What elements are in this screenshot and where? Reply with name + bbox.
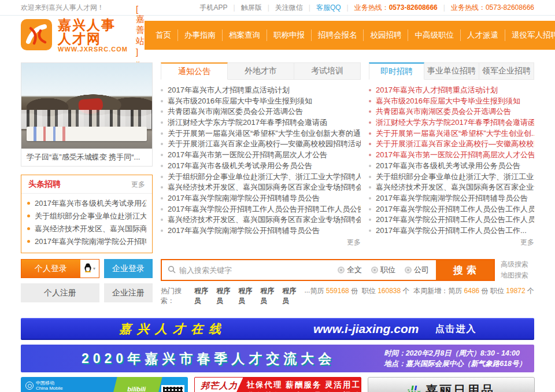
list-item[interactable]: 2017年嘉兴市各级机关考试录用公务员公告	[369, 161, 534, 172]
list-item[interactable]: 关于组织部分企事业单位赴浙江大学、浙江工业大...	[369, 172, 534, 183]
list-item[interactable]: 共青团嘉兴市南湖区委员会公开选调公告	[369, 106, 534, 117]
list-item[interactable]: 嘉兴经济技术开发区、嘉兴国际商务区百家企业专场招聘会公告	[161, 182, 361, 193]
tab-instant-jobs[interactable]: 即时招聘	[369, 62, 424, 80]
search-input[interactable]	[179, 266, 332, 275]
china-mobile-ad[interactable]: 中国移动China Mobile 移动花卡 bilibili 季度会员	[21, 377, 188, 392]
list-item[interactable]: 嘉兴市级2016年应届大中专毕业生报到须知	[161, 96, 361, 107]
list-item[interactable]: 2017年嘉兴市第一医院公开招聘高层次人才公告	[161, 150, 361, 161]
hot-keyword[interactable]: 程序员	[194, 286, 212, 306]
hot-keyword[interactable]: 程序员	[260, 286, 278, 306]
login-panel: 个人登录 ▾ 企业登录	[21, 259, 153, 308]
hot-keyword[interactable]: 程序员	[216, 286, 234, 306]
bangmang-brand: 邦芒人力	[201, 380, 243, 391]
divider: |	[268, 3, 269, 12]
nav-veteran[interactable]: 退役军人招聘	[505, 29, 555, 41]
chevron-down-icon: ▾	[93, 266, 95, 271]
nav-campus[interactable]: 校园招聘	[363, 29, 408, 41]
divider: |	[347, 3, 349, 12]
nav-jobfair[interactable]: 招聘会报名	[311, 29, 364, 41]
jaly-name: 嘉丽日用品	[426, 382, 495, 392]
list-item[interactable]: 关于组织部分企事业单位赴浙江大学、浙江工业大学招聘人才的...	[161, 172, 361, 183]
headline-more-link[interactable]: 更多	[131, 180, 145, 190]
list-item[interactable]: 浙江财经大学东方学院2017年春季招聘会邀请函	[161, 117, 361, 128]
site-logo[interactable]: 嘉兴人事人才网 WWW.JXRSRC.COM	[21, 18, 128, 53]
news-photo-card[interactable]: 学子回“嘉”感受禾城蝶变 携手同“...	[21, 62, 153, 167]
list-item[interactable]: 嘉兴市级2016年应届大中专毕业生报到须知	[369, 96, 534, 107]
jobs-list: 2017年嘉兴市人才招聘重点活动计划 嘉兴市级2016年应届大中专毕业生报到须知…	[369, 85, 534, 236]
list-item[interactable]: 关于开展第一届嘉兴港区“希望杯”大学生创业创...	[369, 128, 534, 139]
hot-keyword[interactable]: 程序员	[238, 286, 256, 306]
list-item[interactable]: 2017年嘉兴市人才招聘重点活动计划	[369, 85, 534, 96]
search-side-links: 高级搜索 地图搜索	[501, 259, 534, 281]
nav-title-apply[interactable]: 职称申报	[267, 29, 311, 41]
qq-login-dropdown[interactable]: ▾	[80, 260, 99, 278]
photo-caption[interactable]: 学子回“嘉”感受禾城蝶变 携手同“...	[21, 149, 152, 166]
search-button[interactable]: 搜索	[436, 260, 494, 280]
list-item[interactable]: 2017年嘉兴学院公开招聘工作人员公告工作人员...	[369, 204, 534, 215]
list-item[interactable]: 嘉兴经济技术开发区、嘉兴国际商务区百家企业专...	[369, 182, 534, 193]
advanced-search-link[interactable]: 高级搜索	[501, 259, 534, 270]
personal-register-button[interactable]: 个人注册	[21, 283, 99, 302]
list-item[interactable]: 2017年嘉兴市第一医院公开招聘高层次人才公告	[369, 150, 534, 161]
search-panel: 全文 职位 公司 搜索 高级搜索 地图搜索 热门搜索： 程序员 程序员 程序员	[161, 259, 534, 308]
radio-fulltext[interactable]: 全文	[338, 265, 362, 275]
list-item[interactable]: 2017年嘉兴市各级机关考试录用公务...	[27, 197, 146, 210]
list-item[interactable]: 2017年嘉兴市人才招聘重点活动计划	[161, 85, 361, 96]
list-item[interactable]: 关于开展第一届嘉兴港区“希望杯”大学生创业创新大赛的通知	[161, 128, 361, 139]
radio-icon	[371, 267, 378, 273]
list-item[interactable]: 嘉兴经济技术开发区、嘉兴国际商务...	[27, 223, 146, 235]
left-column: 学子回“嘉”感受禾城蝶变 携手同“... 头条招聘 更多 2017年嘉兴市各级机…	[21, 62, 153, 253]
tab-notices[interactable]: 通知公告	[161, 62, 228, 80]
list-item[interactable]: 嘉兴经济技术开发区、嘉兴国际商务区百家企业专场招聘会公告	[161, 215, 361, 225]
nav-guide[interactable]: 办事指南	[177, 29, 222, 41]
qr-code	[161, 385, 184, 392]
topbar-link-wechat[interactable]: 关注微信	[275, 3, 303, 13]
banner2-place: 地点：嘉兴国际会展中心（新气象路618号）	[384, 358, 526, 369]
list-item[interactable]: 2017年嘉兴学院南湖学院公开招聘辅导员公告	[161, 225, 361, 236]
list-item[interactable]: 关于组织部分企事业单位赴浙江大学...	[27, 210, 146, 223]
jobs-more-link[interactable]: 更多	[369, 238, 534, 247]
nav-senior[interactable]: 中高级职位	[408, 29, 460, 41]
nav-archive[interactable]: 档案查询	[222, 29, 267, 41]
nav-home[interactable]: 首页	[149, 29, 177, 41]
list-item[interactable]: 关于开展浙江嘉兴百家企业高校行—安徽高校校园招聘活动的通...	[161, 139, 361, 150]
topbar-link-qq[interactable]: 客服QQ	[316, 3, 341, 13]
company-register-button[interactable]: 企业注册	[104, 283, 153, 302]
list-item[interactable]: 共青团嘉兴市南湖区委员会公开选调公告	[161, 106, 361, 117]
jiaxing-talent-online-banner[interactable]: 嘉兴人才在线 www.i-jiaxing.com 点击进入	[21, 318, 534, 340]
jaly-logo: JL JALY	[408, 386, 421, 392]
list-item[interactable]: 2017年嘉兴市各级机关考试录用公务员公告	[161, 161, 361, 172]
list-item[interactable]: 2017年嘉兴学院南湖学院公开招聘辅...	[27, 235, 146, 248]
map-search-link[interactable]: 地图搜索	[501, 270, 534, 281]
notices-column: 通知公告 外地才市 考试培训 2017年嘉兴市人才招聘重点活动计划 嘉兴市级20…	[161, 62, 361, 253]
site-name: 嘉兴人事人才网	[58, 18, 128, 46]
radio-position[interactable]: 职位	[371, 265, 395, 275]
hot-keyword[interactable]: 程序员	[282, 286, 299, 306]
bangmang-hr-ad[interactable]: 邦芒人力 50bm.com 社保代理 薪酬服务 灵活用工 业务外包 人事代理 求…	[194, 377, 361, 392]
company-login-button[interactable]: 企业登录	[104, 259, 153, 278]
spring-jobfair-banner[interactable]: 2020年嘉兴市春季人才交流大会 时间：2020年2月8日（周六）8:30 - …	[21, 345, 534, 372]
topbar-link-touch[interactable]: 触屏版	[241, 3, 262, 13]
photo-banner	[27, 127, 147, 141]
list-item[interactable]: 2017年嘉兴学院南湖学院公开招聘辅导员公告	[161, 193, 361, 204]
list-item[interactable]: 2017年嘉兴学院公开招聘工作人员公告开招聘工作人员公告开...	[161, 204, 361, 215]
tab-leading-company[interactable]: 领军企业招聘	[479, 62, 534, 80]
personal-login-button[interactable]: 个人登录	[21, 260, 80, 278]
tab-exam-training[interactable]: 考试培训	[294, 62, 361, 80]
list-item[interactable]: 2017年嘉兴学院公开招聘工作人员公告工作...	[369, 225, 534, 236]
list-item[interactable]: 2017年嘉兴学院南湖学院公开招聘辅导员公告	[369, 193, 534, 204]
banner2-title: 2020年嘉兴市春季人才交流大会	[82, 350, 335, 368]
station-selector[interactable]: [ 嘉善站 ] ∨	[136, 4, 145, 66]
topbar-link-app[interactable]: 手机APP	[200, 3, 228, 13]
nav-dispatch[interactable]: 人才派遣	[460, 29, 505, 41]
list-item[interactable]: 关于开展浙江嘉兴百家企业高校行—安徽高校校园...	[369, 139, 534, 150]
tab-public-institution[interactable]: 事业单位招聘	[424, 62, 479, 80]
notices-more-link[interactable]: 更多	[161, 238, 361, 247]
list-item[interactable]: 浙江财经大学东方学院2017年春季招聘会邀请函	[369, 117, 534, 128]
list-item[interactable]: 2017年嘉兴学院公开招聘工作人员公告工作人员...	[369, 215, 534, 225]
welcome-text: 欢迎来到嘉兴人事人才网！	[21, 3, 104, 13]
jobs-column: 即时招聘 事业单位招聘 领军企业招聘 2017年嘉兴市人才招聘重点活动计划 嘉兴…	[369, 62, 534, 253]
jaly-ad[interactable]: JL JALY 嘉丽日用品	[368, 377, 535, 392]
radio-company[interactable]: 公司	[405, 265, 429, 275]
tab-other-markets[interactable]: 外地才市	[228, 62, 294, 80]
